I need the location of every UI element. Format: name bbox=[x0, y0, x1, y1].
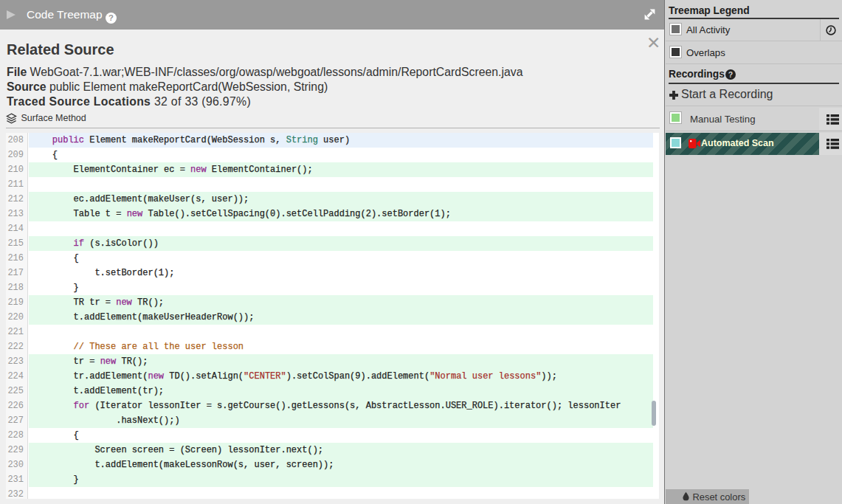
svg-text:?: ? bbox=[728, 69, 733, 78]
svg-text:?: ? bbox=[108, 13, 114, 22]
